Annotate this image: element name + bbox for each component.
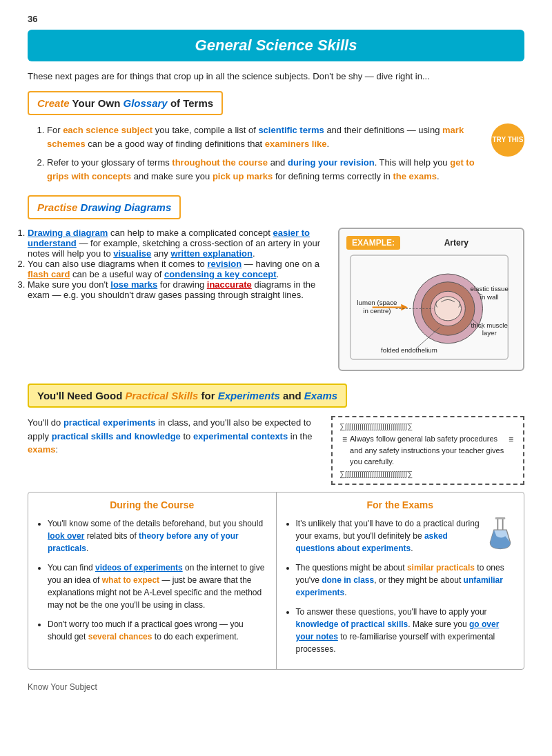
intro-text: These next pages are for things that cro… [28, 71, 524, 81]
diagrams-section: Practise Drawing Diagrams Drawing a diag… [28, 195, 524, 371]
artery-diagram: lumen (space in centre) elastic tissue i… [346, 254, 512, 361]
practical-skills-text: practical skills and knowledge [52, 431, 181, 441]
glossary-title-create: Create [37, 97, 70, 109]
practical-section: You'll Need Good Practical Skills for Ex… [28, 384, 524, 670]
glossary-title-end: of Terms [168, 97, 213, 109]
knowledge-practical: knowledge of practical skills [296, 619, 408, 629]
glossary-section: Create Your Own Glossary of Terms TRY TH… [28, 91, 524, 183]
exams-bullet-2: The questions might be about similar pra… [296, 561, 515, 599]
svg-text:elastic tissue: elastic tissue [471, 285, 509, 292]
glossary-item-1: For each science subject you take, compi… [47, 123, 524, 150]
practical-title-skills: Practical Skills [125, 390, 198, 401]
header-bar: General Science Skills [28, 30, 524, 61]
glossary-title-glossary: Glossary [124, 97, 168, 109]
each-science-subject: each science subject [63, 125, 152, 135]
done-in-class: done in class [322, 575, 374, 585]
diagram-item-1: Drawing a diagram can help to make a com… [28, 228, 328, 259]
example-label: EXAMPLE: [346, 236, 400, 250]
during-course-col: During the Course You'll know some of th… [28, 493, 277, 669]
glossary-item-2: Refer to your glossary of terms througho… [47, 156, 524, 183]
safety-content: ≡ Always follow general lab safety proce… [339, 432, 516, 469]
diagrams-title-drawing: Drawing Diagrams [81, 201, 172, 213]
diagrams-title-practise: Practise [37, 201, 77, 213]
lose-marks-link: lose marks [110, 279, 157, 290]
pick-up-marks: pick up marks [213, 171, 273, 181]
look-over: look over [48, 531, 84, 541]
during-bullet-3: Don't worry too much if a practical goes… [48, 618, 266, 643]
flask-icon [486, 517, 514, 552]
safety-box: ∑∫∫∫∫∫∫∫∫∫∫∫∫∫∫∫∫∫∫∫∫∫∫∫∫∫∫∫∫∫∫∑ ≡ Alway… [331, 416, 524, 485]
diagrams-content: Drawing a diagram can help to make a com… [28, 228, 524, 371]
practical-experiments-text: practical experiments [63, 417, 156, 428]
what-to-expect: what to expect [102, 575, 159, 585]
svg-text:lumen (space: lumen (space [357, 299, 397, 306]
page-number: 36 [28, 14, 524, 24]
safety-text: Always follow general lab safety procedu… [350, 433, 506, 468]
scientific-terms: scientific terms [258, 125, 324, 135]
glossary-content: TRY THIS For each science subject you ta… [28, 123, 524, 183]
example-box: EXAMPLE: Artery [338, 228, 524, 371]
practical-table: During the Course You'll know some of th… [28, 492, 524, 670]
visualise-link: visualise [113, 248, 151, 259]
the-exams: the exams [393, 171, 437, 181]
svg-text:in centre): in centre) [363, 307, 391, 315]
for-exams-header: For the Exams [286, 499, 515, 510]
asked-questions: asked questions about experiments [296, 531, 448, 553]
diagrams-title-box: Practise Drawing Diagrams [28, 195, 181, 219]
practical-intro-text: You'll do practical experiments in class… [28, 416, 322, 457]
drawing-a-diagram-link: Drawing a diagram [28, 228, 108, 238]
during-bullets: You'll know some of the details beforeha… [38, 517, 266, 643]
diagram-item-2: You can also use diagrams when it comes … [28, 259, 328, 279]
glossary-title-rest: Your Own [70, 97, 124, 109]
written-explanation-link: written explanation [170, 248, 252, 259]
for-exams-col: For the Exams It's unlikely that you'll … [277, 493, 524, 669]
practical-title-mid: for [198, 390, 217, 401]
practical-title-box: You'll Need Good Practical Skills for Ex… [28, 384, 347, 408]
svg-text:layer: layer [482, 329, 497, 337]
diagrams-text: Drawing a diagram can help to make a com… [28, 228, 328, 371]
glossary-title-box: Create Your Own Glossary of Terms [28, 91, 223, 115]
throughout-course: throughout the course [172, 157, 268, 168]
practical-title-start: You'll Need Good [37, 390, 125, 401]
similar-practicals: similar practicals [407, 563, 475, 573]
several-chances: several chances [88, 632, 152, 641]
practical-title-experiments: Experiments [218, 390, 280, 401]
practical-intro: You'll do practical experiments in class… [28, 416, 524, 485]
exams-bullets: It's unlikely that you'll have to do a p… [286, 517, 515, 655]
diagram-example: EXAMPLE: Artery [338, 228, 524, 371]
svg-text:in wall: in wall [480, 293, 499, 301]
page-title: General Science Skills [28, 37, 524, 54]
during-bullet-2: You can find videos of experiments on th… [48, 561, 266, 611]
inaccurate-link: inaccurate [207, 279, 252, 290]
try-this-badge: TRY THIS [491, 123, 524, 157]
practical-title-and: and [280, 390, 304, 401]
artery-label: Artery [444, 238, 469, 248]
revision-link: revision [207, 259, 241, 269]
safety-icon: ≡ [342, 433, 347, 446]
exams-bullet-1: It's unlikely that you'll have to do a p… [296, 517, 515, 555]
safety-dashes-bottom: ∑∫∫∫∫∫∫∫∫∫∫∫∫∫∫∫∫∫∫∫∫∫∫∫∫∫∫∫∫∫∫∑ [339, 469, 516, 479]
condensing-link: condensing a key concept [164, 269, 277, 279]
safety-icon-right: ≡ [509, 433, 513, 446]
diagram-item-3: Make sure you don't lose marks for drawi… [28, 279, 328, 300]
safety-dashes-top: ∑∫∫∫∫∫∫∫∫∫∫∫∫∫∫∫∫∫∫∫∫∫∫∫∫∫∫∫∫∫∫∑ [339, 421, 516, 432]
practical-title-exams: Exams [304, 390, 337, 401]
videos-experiments: videos of experiments [95, 563, 183, 573]
experimental-contexts-text: experimental contexts [193, 431, 288, 441]
exams-text: exams [28, 444, 55, 455]
during-revision: during your revision [288, 157, 375, 168]
flash-card-link: flash card [28, 269, 70, 279]
during-course-header: During the Course [38, 499, 266, 510]
svg-rect-20 [495, 517, 506, 519]
svg-point-6 [435, 297, 462, 321]
during-bullet-1: You'll know some of the details beforeha… [48, 517, 266, 555]
examiners-like: examiners like [265, 139, 327, 149]
svg-text:thick muscle: thick muscle [471, 321, 508, 329]
svg-text:folded endothelium: folded endothelium [381, 346, 437, 354]
exams-bullet-3: To answer these questions, you'll have t… [296, 606, 515, 655]
footer-text: Know Your Subject [28, 682, 524, 692]
